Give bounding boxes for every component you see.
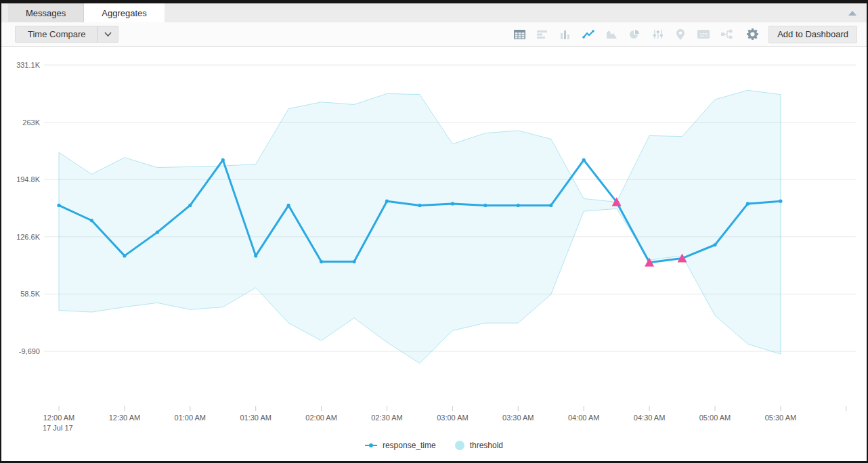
- collapse-up-icon[interactable]: [846, 7, 859, 18]
- svg-text:02:00 AM: 02:00 AM: [305, 414, 337, 422]
- svg-text:263K: 263K: [22, 118, 40, 127]
- table-icon[interactable]: [513, 28, 526, 41]
- svg-text:12:00 AM: 12:00 AM: [43, 414, 74, 422]
- svg-text:03:00 AM: 03:00 AM: [437, 414, 468, 422]
- tab-aggregates-label: Aggregates: [102, 8, 147, 18]
- line-chart-icon[interactable]: [582, 28, 595, 41]
- svg-text:05:00 AM: 05:00 AM: [699, 414, 731, 422]
- time-compare-button: Time Compare: [15, 26, 118, 43]
- app-window: Messages Aggregates Time Compare: [0, 0, 868, 463]
- svg-text:01:30 AM: 01:30 AM: [240, 414, 271, 422]
- svg-text:58.5K: 58.5K: [20, 290, 40, 298]
- svg-text:194.8K: 194.8K: [16, 175, 41, 183]
- chart-legend: response_time threshold: [1, 441, 867, 450]
- tab-strip: Messages Aggregates: [1, 3, 867, 22]
- threshold-band: [59, 90, 781, 363]
- legend-item-response-time[interactable]: response_time: [365, 441, 436, 450]
- gear-icon[interactable]: [745, 28, 759, 41]
- svg-text:12:30 AM: 12:30 AM: [109, 414, 140, 422]
- add-to-dashboard-label: Add to Dashboard: [777, 29, 848, 39]
- svg-text:04:30 AM: 04:30 AM: [634, 414, 665, 422]
- svg-text:04:00 AM: 04:00 AM: [568, 414, 599, 422]
- pie-chart-icon[interactable]: [628, 28, 641, 41]
- tab-messages-label: Messages: [26, 8, 66, 18]
- svg-text:331.1K: 331.1K: [16, 61, 41, 69]
- aggregates-chart[interactable]: 331.1K263K194.8K126.6K58.5K-9,69012:00 A…: [1, 47, 867, 461]
- chart-area: 331.1K263K194.8K126.6K58.5K-9,69012:00 A…: [1, 47, 867, 461]
- map-pin-icon[interactable]: [674, 28, 687, 41]
- bar-chart-icon[interactable]: [536, 28, 549, 41]
- svg-text:-9,690: -9,690: [19, 347, 40, 355]
- svg-text:03:30 AM: 03:30 AM: [502, 414, 534, 422]
- time-compare-main[interactable]: Time Compare: [16, 26, 97, 42]
- area-chart-icon[interactable]: [605, 28, 618, 41]
- time-compare-caret[interactable]: [97, 26, 118, 42]
- legend-label-threshold: threshold: [470, 441, 503, 450]
- x-axis: 12:00 AM12:30 AM01:00 AM01:30 AM02:00 AM…: [43, 406, 846, 432]
- line-series-marker-icon: [365, 443, 377, 448]
- svg-text:126.6K: 126.6K: [16, 233, 41, 241]
- chart-type-switcher: 123: [513, 28, 733, 41]
- flow-icon[interactable]: [720, 28, 733, 41]
- column-chart-icon[interactable]: [559, 28, 572, 41]
- svg-text:02:30 AM: 02:30 AM: [371, 414, 402, 422]
- svg-text:05:30 AM: 05:30 AM: [765, 414, 796, 422]
- svg-text:123: 123: [699, 32, 708, 37]
- svg-text:17 Jul 17: 17 Jul 17: [43, 424, 73, 432]
- tab-messages[interactable]: Messages: [8, 3, 84, 22]
- single-value-icon[interactable]: 123: [697, 28, 710, 41]
- sliders-icon[interactable]: [651, 28, 664, 41]
- chart-toolbar: Time Compare: [1, 22, 867, 47]
- tab-aggregates[interactable]: Aggregates: [84, 3, 165, 22]
- svg-text:01:00 AM: 01:00 AM: [175, 414, 206, 422]
- chevron-down-icon: [104, 32, 112, 37]
- band-series-marker-icon: [455, 441, 464, 450]
- legend-label-response-time: response_time: [383, 441, 436, 450]
- time-compare-label: Time Compare: [28, 29, 85, 39]
- legend-item-threshold[interactable]: threshold: [455, 441, 503, 450]
- add-to-dashboard-button[interactable]: Add to Dashboard: [768, 26, 857, 43]
